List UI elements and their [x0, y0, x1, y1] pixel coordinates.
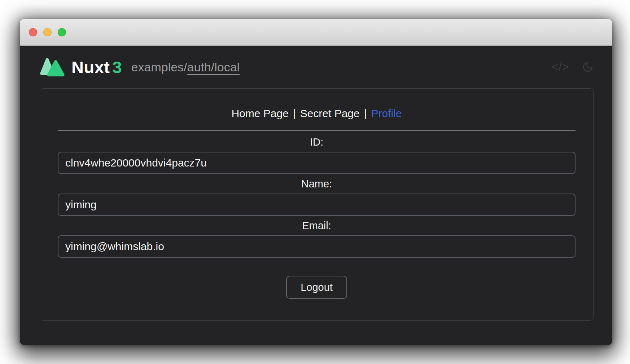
logout-button[interactable]: Logout: [286, 276, 347, 299]
nav-separator: |: [364, 107, 367, 119]
breadcrumb: examples/auth/local: [131, 60, 240, 74]
breadcrumb-current-link[interactable]: auth/local: [187, 60, 240, 74]
id-input[interactable]: [58, 152, 576, 174]
nuxt-mountains-icon: [40, 56, 66, 78]
page-content: Nuxt 3 examples/auth/local </> Home Page…: [20, 46, 612, 345]
nav-divider: [58, 130, 576, 130]
nav-link-profile[interactable]: Profile: [371, 107, 402, 119]
nav-separator: |: [293, 107, 296, 119]
brand-version: 3: [112, 57, 122, 77]
app-window: Nuxt 3 examples/auth/local </> Home Page…: [20, 19, 612, 345]
name-label: Name:: [58, 177, 576, 190]
name-input[interactable]: [58, 194, 576, 216]
id-label: ID:: [58, 136, 576, 148]
nav-link-home[interactable]: Home Page: [231, 107, 288, 119]
close-button[interactable]: [29, 28, 37, 36]
header-icons: </>: [552, 61, 594, 74]
nuxt-logo-link[interactable]: Nuxt 3: [40, 56, 122, 78]
zoom-button[interactable]: [58, 28, 66, 36]
nav-link-secret[interactable]: Secret Page: [300, 107, 360, 119]
email-label: Email:: [58, 219, 576, 232]
brand-name: Nuxt: [71, 57, 110, 77]
window-titlebar[interactable]: [20, 19, 612, 46]
page-nav: Home Page|Secret Page|Profile: [58, 107, 576, 120]
app-header: Nuxt 3 examples/auth/local </>: [40, 46, 594, 88]
source-code-icon[interactable]: </>: [552, 61, 569, 74]
profile-card: Home Page|Secret Page|Profile ID: Name: …: [40, 88, 594, 321]
minimize-button[interactable]: [43, 28, 52, 36]
dark-mode-moon-icon[interactable]: [582, 61, 594, 73]
breadcrumb-prefix: examples/: [131, 60, 187, 74]
email-input[interactable]: [58, 235, 576, 258]
